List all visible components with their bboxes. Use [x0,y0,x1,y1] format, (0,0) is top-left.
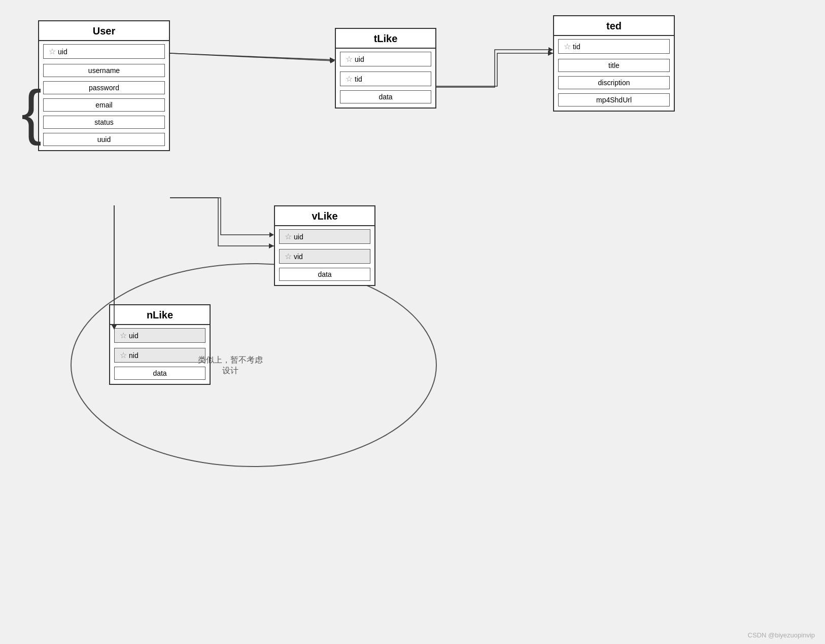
svg-marker-7 [330,58,335,63]
user-email-row: email [39,96,169,114]
tlike-data-row: data [336,88,435,108]
svg-marker-3 [269,243,274,248]
user-password-label: password [89,84,119,92]
vlike-vid-row: ☆ vid [275,247,374,266]
vlike-entity: vLike ☆ uid ☆ vid data [274,205,375,286]
user-password-row: password [39,79,169,96]
nlike-title: nLike [110,305,210,325]
nlike-uid-row: ☆ uid [110,325,210,346]
vlike-star-uid: ☆ [285,232,292,241]
ted-discription-label: discription [598,79,630,87]
ted-discription-row: discription [554,74,674,91]
svg-marker-8 [548,47,553,52]
ted-title-row: title [554,57,674,74]
nlike-nid-label: nid [129,351,139,360]
ted-mp4shdurl-row: mp4ShdUrl [554,91,674,111]
note-line1: 类似上，暂不考虑 [198,355,263,366]
tlike-uid-label: uid [355,55,364,63]
user-status-label: status [94,118,113,126]
ted-star-tid: ☆ [564,42,571,51]
user-status-row: status [39,114,169,131]
tlike-entity: tLike ☆ uid ☆ tid data [335,28,436,109]
ted-tid-row: ☆ tid [554,36,674,57]
tlike-tid-row: ☆ tid [336,69,435,88]
nlike-entity: nLike ☆ uid ☆ nid data [109,304,211,385]
brace-annotation: { [21,81,42,142]
svg-marker-1 [330,57,335,62]
watermark: CSDN @biyezuopinvip [748,631,815,639]
tlike-title: tLike [336,29,435,49]
ted-mp4shdurl-label: mp4ShdUrl [596,96,632,104]
ted-title: ted [554,16,674,36]
vlike-uid-row: ☆ uid [275,226,374,247]
user-entity: User ☆ uid username password email [38,20,170,151]
note-text: 类似上，暂不考虑 设计 [198,355,263,376]
nlike-nid-row: ☆ nid [110,346,210,365]
tlike-star-uid: ☆ [346,54,353,64]
user-uuid-row: uuid [39,131,169,150]
nlike-uid-label: uid [129,332,139,340]
svg-line-0 [170,53,335,60]
ted-entity: ted ☆ tid title discription mp4ShdUrl [553,15,675,112]
svg-marker-2 [548,51,553,56]
user-username-row: username [39,62,169,79]
tlike-star-tid: ☆ [346,74,353,84]
nlike-star-nid: ☆ [120,350,127,360]
user-email-label: email [95,101,112,109]
diagram-canvas: User ☆ uid username password email [0,0,825,644]
note-line2: 设计 [198,366,263,376]
tlike-data-label: data [379,93,392,101]
nlike-star-uid: ☆ [120,331,127,340]
nlike-data-label: data [153,369,166,377]
tlike-uid-row: ☆ uid [336,49,435,69]
ted-title-label: title [608,61,620,69]
vlike-uid-label: uid [294,233,303,241]
user-username-label: username [88,66,120,75]
vlike-title: vLike [275,206,374,226]
user-title: User [39,21,169,41]
ted-tid-label: tid [573,43,580,51]
user-uid-label: uid [58,48,67,56]
vlike-vid-label: vid [294,253,303,261]
vlike-data-label: data [318,270,331,278]
vlike-star-vid: ☆ [285,252,292,261]
star-icon-uid: ☆ [49,47,56,56]
svg-line-6 [170,53,334,61]
nlike-data-row: data [110,365,210,384]
svg-marker-9 [269,232,274,237]
user-uid-row: ☆ uid [39,41,169,62]
user-uuid-label: uuid [97,135,111,144]
tlike-tid-label: tid [355,75,362,83]
vlike-data-row: data [275,266,374,285]
